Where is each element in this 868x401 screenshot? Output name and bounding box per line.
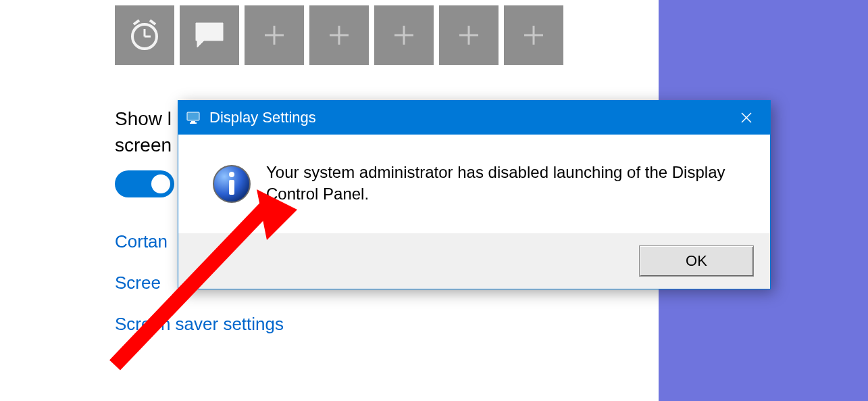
plus-icon bbox=[455, 22, 482, 49]
toggle-switch[interactable] bbox=[115, 170, 174, 197]
plus-icon bbox=[520, 22, 547, 49]
svg-point-21 bbox=[229, 172, 234, 177]
dialog-body: Your system administrator has disabled l… bbox=[178, 135, 770, 233]
svg-line-3 bbox=[134, 20, 139, 24]
svg-rect-15 bbox=[187, 112, 199, 120]
dialog-title: Display Settings bbox=[209, 109, 723, 126]
ok-button[interactable]: OK bbox=[639, 245, 754, 277]
svg-rect-22 bbox=[229, 180, 234, 195]
plus-icon bbox=[390, 22, 417, 49]
plus-icon bbox=[261, 22, 288, 49]
dialog-footer: OK bbox=[178, 233, 770, 289]
quick-action-tiles bbox=[115, 5, 659, 65]
tile-add-3[interactable] bbox=[374, 5, 434, 65]
clock-icon bbox=[127, 18, 162, 53]
tile-add-2[interactable] bbox=[309, 5, 369, 65]
setting-label-line1: Show l bbox=[115, 108, 172, 129]
svg-rect-16 bbox=[191, 121, 195, 122]
tile-alarms[interactable] bbox=[115, 5, 174, 65]
setting-label-line2: screen bbox=[115, 135, 172, 156]
svg-line-4 bbox=[150, 20, 155, 24]
comment-icon bbox=[192, 18, 227, 53]
tile-add-4[interactable] bbox=[439, 5, 499, 65]
display-settings-dialog: Display Settings Y bbox=[178, 100, 771, 289]
close-icon bbox=[740, 111, 753, 124]
plus-icon bbox=[326, 22, 353, 49]
tile-add-5[interactable] bbox=[504, 5, 563, 65]
info-icon bbox=[212, 162, 255, 206]
dialog-close-button[interactable] bbox=[723, 101, 770, 135]
tile-notes[interactable] bbox=[180, 5, 239, 65]
link-screensaver[interactable]: Screen saver settings bbox=[115, 314, 659, 335]
toggle-knob bbox=[151, 174, 170, 193]
svg-rect-17 bbox=[190, 122, 197, 124]
dialog-titlebar[interactable]: Display Settings bbox=[178, 101, 770, 135]
tile-add-1[interactable] bbox=[245, 5, 304, 65]
display-settings-icon bbox=[185, 110, 201, 126]
dialog-message: Your system administrator has disabled l… bbox=[255, 162, 750, 206]
